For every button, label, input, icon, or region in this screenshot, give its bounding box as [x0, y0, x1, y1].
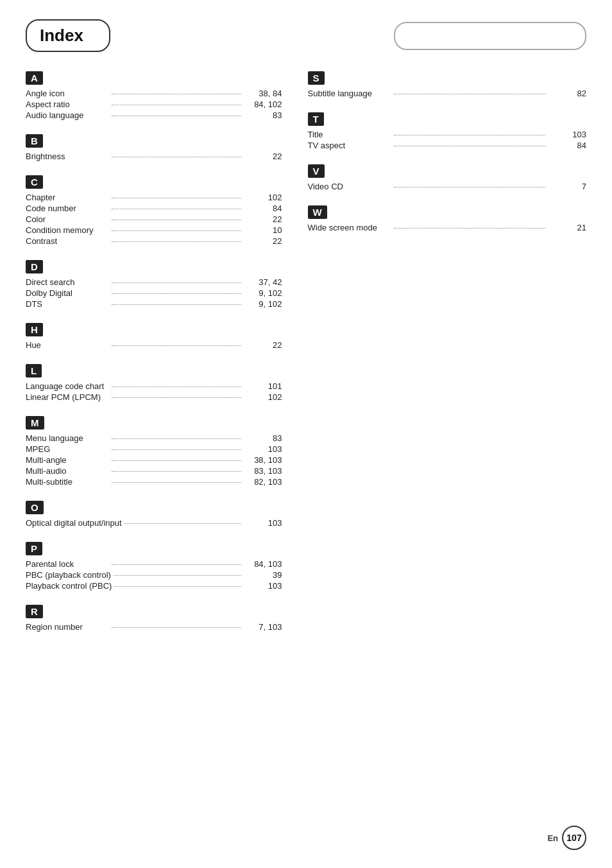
entry-name: Wide screen mode: [308, 223, 391, 232]
entry-page: 84: [244, 204, 282, 213]
section-l: LLanguage code chart101Linear PCM (LPCM)…: [26, 364, 282, 402]
entry-dots: [112, 157, 241, 157]
section-header-r: R: [26, 605, 43, 618]
section-header-l: L: [26, 364, 42, 378]
entry-name: Contrast: [26, 236, 109, 246]
entry-dots: [114, 575, 241, 576]
entry-dots: [112, 627, 241, 628]
index-columns: AAngle icon38, 84Aspect ratio84, 102Audi…: [26, 71, 586, 646]
header: Index: [26, 19, 586, 52]
page-number-circle: 107: [562, 826, 586, 850]
section-r: RRegion number7, 103: [26, 605, 282, 632]
entry-dots: [112, 449, 241, 450]
index-entry: Dolby Digital9, 102: [26, 288, 282, 298]
index-entry: Subtitle language82: [308, 89, 586, 98]
index-entry: Multi-angle38, 103: [26, 455, 282, 465]
index-entry: Playback control (PBC)103: [26, 581, 282, 591]
entry-name: PBC (playback control): [26, 570, 111, 580]
index-entry: Brightness22: [26, 152, 282, 161]
entry-page: 37, 42: [244, 277, 282, 287]
entry-name: Chapter: [26, 193, 109, 202]
entry-name: Region number: [26, 622, 109, 632]
index-entry: Direct search37, 42: [26, 277, 282, 287]
entry-name: Title: [308, 130, 391, 139]
entry-dots: [112, 241, 241, 242]
entry-name: Color: [26, 214, 109, 224]
entry-dots: [112, 293, 241, 294]
entry-page: 82, 103: [244, 477, 282, 487]
entry-dots: [112, 564, 241, 565]
header-right-box: [394, 22, 586, 50]
entry-page: 7: [548, 182, 586, 191]
page-number-badge: En 107: [547, 826, 586, 850]
section-header-h: H: [26, 323, 43, 336]
section-a: AAngle icon38, 84Aspect ratio84, 102Audi…: [26, 71, 282, 120]
entry-dots: [112, 304, 241, 305]
entry-dots: [394, 135, 545, 135]
section-h: HHue22: [26, 323, 282, 350]
section-p: PParental lock84, 103PBC (playback contr…: [26, 542, 282, 591]
index-entry: Chapter102: [26, 193, 282, 202]
index-entry: Contrast22: [26, 236, 282, 246]
section-header-o: O: [26, 501, 44, 514]
entry-name: Playback control (PBC): [26, 581, 112, 591]
entry-page: 9, 102: [244, 299, 282, 309]
index-entry: TV aspect84: [308, 141, 586, 150]
entry-name: Linear PCM (LPCM): [26, 392, 109, 402]
entry-page: 83: [244, 433, 282, 443]
entry-page: 103: [244, 518, 282, 528]
entry-name: Hue: [26, 340, 109, 350]
index-entry: Wide screen mode21: [308, 223, 586, 232]
entry-dots: [112, 345, 241, 346]
index-entry: Optical digital output/input103: [26, 518, 282, 528]
index-entry: Video CD7: [308, 182, 586, 191]
section-s: SSubtitle language82: [308, 71, 586, 98]
index-entry: Language code chart101: [26, 381, 282, 391]
entry-name: Optical digital output/input: [26, 518, 122, 528]
entry-page: 22: [244, 236, 282, 246]
section-header-c: C: [26, 175, 43, 189]
index-entry: Region number7, 103: [26, 622, 282, 632]
entry-dots: [114, 586, 241, 587]
section-o: OOptical digital output/input103: [26, 501, 282, 528]
entry-page: 22: [244, 152, 282, 161]
index-entry: Angle icon38, 84: [26, 89, 282, 98]
entry-name: Multi-angle: [26, 455, 109, 465]
index-entry: Multi-subtitle82, 103: [26, 477, 282, 487]
entry-name: Multi-audio: [26, 466, 109, 476]
entry-page: 83, 103: [244, 466, 282, 476]
entry-name: Parental lock: [26, 559, 109, 569]
entry-page: 38, 84: [244, 89, 282, 98]
entry-name: Condition memory: [26, 225, 109, 235]
index-entry: Color22: [26, 214, 282, 224]
entry-dots: [394, 94, 545, 94]
entry-dots: [394, 228, 545, 229]
entry-page: 83: [244, 110, 282, 120]
section-header-a: A: [26, 71, 43, 85]
entry-name: Angle icon: [26, 89, 109, 98]
entry-page: 103: [244, 581, 282, 591]
section-m: MMenu language83MPEG103Multi-angle38, 10…: [26, 416, 282, 487]
index-entry: Multi-audio83, 103: [26, 466, 282, 476]
section-t: TTitle103TV aspect84: [308, 112, 586, 150]
entry-page: 84, 102: [244, 100, 282, 109]
entry-name: Aspect ratio: [26, 100, 109, 109]
index-entry: Hue22: [26, 340, 282, 350]
entry-dots: [112, 230, 241, 231]
entry-dots: [112, 94, 241, 94]
entry-page: 101: [244, 381, 282, 391]
entry-page: 21: [548, 223, 586, 232]
entry-dots: [112, 460, 241, 461]
index-entry: MPEG103: [26, 444, 282, 454]
entry-dots: [394, 146, 545, 146]
entry-name: Video CD: [308, 182, 391, 191]
title-box: Index: [26, 19, 110, 52]
section-c: CChapter102Code number84Color22Condition…: [26, 175, 282, 246]
entry-page: 10: [244, 225, 282, 235]
entry-dots: [112, 397, 241, 398]
en-label: En: [547, 833, 558, 843]
section-header-m: M: [26, 416, 44, 430]
index-entry: PBC (playback control)39: [26, 570, 282, 580]
entry-dots: [112, 282, 241, 283]
entry-page: 84: [548, 141, 586, 150]
